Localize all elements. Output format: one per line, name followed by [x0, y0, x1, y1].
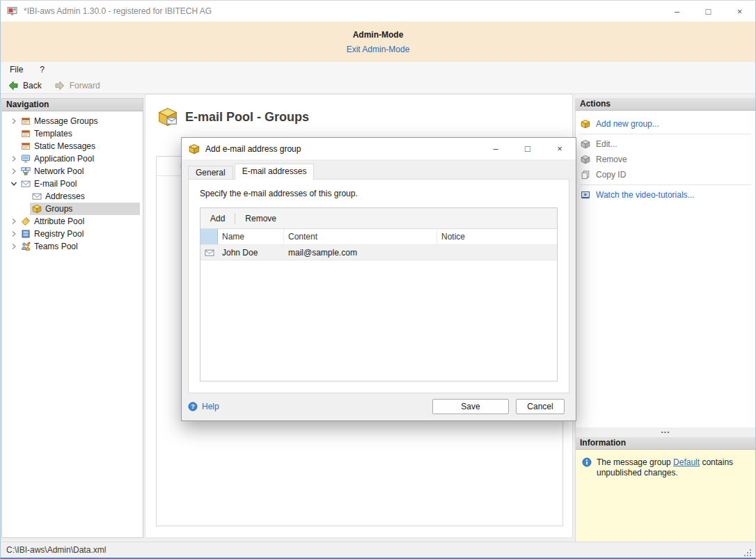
app-icon: [7, 6, 18, 17]
email-group-icon: [157, 107, 178, 127]
minimize-button[interactable]: –: [661, 1, 693, 22]
video-tutorials-action[interactable]: Watch the video-tutorials...: [576, 187, 755, 203]
tab-general[interactable]: General: [188, 166, 233, 180]
sidebar-item-addresses[interactable]: Addresses: [2, 190, 143, 203]
cancel-button[interactable]: Cancel: [516, 399, 565, 414]
chevron-right-icon[interactable]: [9, 242, 19, 251]
action-label: Copy ID: [596, 170, 626, 180]
actions-header: Actions: [576, 98, 755, 111]
chevron-down-icon[interactable]: [9, 179, 19, 189]
add-new-group-action[interactable]: Add new group...: [576, 116, 755, 132]
information-header: Information: [576, 437, 755, 450]
menu-file[interactable]: File: [10, 65, 23, 74]
chevron-right-icon[interactable]: [9, 116, 19, 126]
sidebar-item-templates[interactable]: Templates: [2, 127, 143, 140]
action-label: Edit...: [596, 139, 617, 149]
action-label: Watch the video-tutorials...: [596, 190, 695, 200]
info-text-before: The message group: [597, 457, 673, 467]
envelope-icon: [32, 191, 42, 201]
dialog-minimize-button[interactable]: –: [480, 138, 512, 159]
dialog-close-button[interactable]: ×: [544, 138, 576, 159]
chevron-placeholder: [9, 129, 19, 139]
registry-pool-icon: [21, 229, 31, 239]
title-bar: *IBI-aws Admin 1.30.0 - registered for I…: [1, 1, 755, 22]
window-controls: – □ ×: [661, 1, 755, 22]
dialog-footer: Help Save Cancel: [188, 392, 569, 420]
cell-notice: [437, 245, 557, 260]
chevron-right-icon[interactable]: [9, 229, 19, 239]
default-group-link[interactable]: Default: [673, 457, 700, 467]
tree-label: Network Pool: [34, 166, 84, 176]
tab-email-addresses[interactable]: E-mail addresses: [235, 164, 315, 180]
dialog-tabs: General E-mail addresses: [188, 164, 315, 180]
table-header-row: Name Content Notice: [200, 229, 557, 245]
forward-label: Forward: [70, 81, 100, 90]
sidebar-item-static-messages[interactable]: Static Messages: [2, 140, 143, 152]
remove-button[interactable]: Remove: [242, 212, 280, 225]
tree-label: E-mail Pool: [34, 179, 77, 189]
column-name[interactable]: Name: [218, 229, 284, 244]
copy-id-action[interactable]: Copy ID: [576, 167, 755, 182]
maximize-button[interactable]: □: [693, 1, 724, 22]
video-icon: [581, 190, 590, 200]
cell-name: John Doe: [218, 245, 284, 260]
column-notice[interactable]: Notice: [437, 229, 557, 244]
column-icon[interactable]: [200, 229, 218, 244]
save-button[interactable]: Save: [432, 399, 509, 414]
copy-icon: [581, 170, 590, 180]
chevron-placeholder: [9, 141, 19, 151]
navigation-header: Navigation: [2, 99, 143, 111]
templates-icon: [21, 129, 31, 139]
chevron-right-icon[interactable]: [9, 216, 19, 226]
help-label: Help: [202, 402, 219, 411]
tree-label: Attribute Pool: [34, 216, 84, 226]
back-arrow-icon: [8, 80, 19, 91]
static-messages-icon: [21, 141, 31, 151]
tree-label: Static Messages: [34, 141, 95, 151]
column-content[interactable]: Content: [284, 229, 437, 244]
attribute-pool-icon: [21, 216, 31, 226]
tree-label: Templates: [34, 129, 72, 139]
chevron-right-icon[interactable]: [9, 166, 19, 176]
dialog-title: Add e-mail address group: [205, 144, 301, 154]
menu-help[interactable]: ?: [40, 65, 45, 74]
tree-label: Groups: [45, 204, 72, 214]
sidebar-item-network-pool[interactable]: Network Pool: [2, 165, 143, 178]
chevron-right-icon[interactable]: [9, 154, 19, 164]
help-icon: [188, 402, 198, 411]
remove-action[interactable]: Remove: [576, 152, 755, 167]
admin-mode-banner: Admin-Mode Exit Admin-Mode: [1, 22, 755, 62]
close-button[interactable]: ×: [724, 1, 755, 22]
edit-action[interactable]: Edit...: [576, 136, 755, 152]
sidebar-item-email-pool[interactable]: E-mail Pool: [2, 178, 143, 190]
sidebar-item-application-pool[interactable]: Application Pool: [2, 152, 143, 165]
sidebar-item-teams-pool[interactable]: Teams Pool: [2, 240, 143, 253]
tree-label: Teams Pool: [34, 242, 78, 251]
sidebar-item-groups[interactable]: Groups: [2, 203, 143, 215]
information-panel: The message group Default contains unpub…: [576, 450, 755, 542]
add-button[interactable]: Add: [207, 212, 228, 225]
table-row[interactable]: John Doe mail@sample.com: [200, 245, 557, 260]
back-label: Back: [23, 81, 42, 90]
tree-label: Application Pool: [34, 154, 94, 164]
action-label: Remove: [596, 155, 627, 164]
application-pool-icon: [21, 154, 31, 164]
forward-button[interactable]: Forward: [54, 80, 100, 91]
info-icon: [582, 457, 592, 467]
dialog-tab-page: Specify the e-mail addresses of this gro…: [188, 179, 569, 393]
back-button[interactable]: Back: [8, 80, 42, 91]
panel-splitter[interactable]: ...: [576, 427, 755, 437]
nav-toolbar: Back Forward: [1, 77, 755, 94]
sidebar-item-message-groups[interactable]: Message Groups: [2, 115, 143, 127]
sidebar-item-registry-pool[interactable]: Registry Pool: [2, 228, 143, 240]
resize-grip[interactable]: [743, 548, 753, 558]
row-icon-cell: [200, 245, 218, 260]
dialog-maximize-button[interactable]: □: [512, 138, 544, 159]
network-pool-icon: [21, 166, 31, 176]
sidebar-item-attribute-pool[interactable]: Attribute Pool: [2, 215, 143, 228]
help-link[interactable]: Help: [188, 402, 219, 411]
edit-icon: [581, 139, 590, 149]
data-file-path: C:\IBI-aws\Admin\Data.xml: [6, 545, 106, 555]
exit-admin-mode-link[interactable]: Exit Admin-Mode: [347, 45, 410, 54]
group-box-icon: [32, 204, 42, 214]
